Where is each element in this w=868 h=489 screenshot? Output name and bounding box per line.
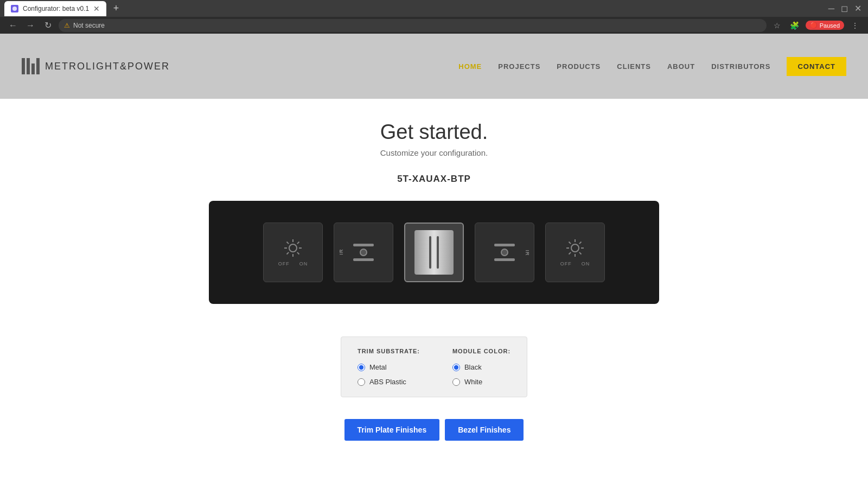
logo-bar-2 [27, 58, 30, 74]
module-color-label: MODULE COLOR: [452, 348, 510, 354]
svg-line-8 [297, 242, 299, 244]
svg-point-0 [12, 7, 17, 11]
off-label-2: OFF [560, 261, 572, 266]
nav-contact[interactable]: CONTACT [787, 57, 846, 76]
logo-text-light: POWER [127, 61, 170, 72]
main-nav: HOME PROJECTS PRODUCTS CLIENTS ABOUT DIS… [458, 57, 846, 76]
paused-badge: 🔴 Paused [806, 21, 844, 30]
slider-display [414, 230, 454, 275]
trim-substrate-label: TRIM SUBSTRATE: [358, 348, 420, 354]
logo-bar-1 [22, 58, 25, 74]
ir-label-top: IR [339, 249, 344, 255]
main-content: Get started. Customize your configuratio… [0, 99, 868, 473]
bottom-buttons: Trim Plate Finishes Bezel Finishes [344, 419, 524, 441]
on-label-2: ON [582, 261, 590, 266]
back-button[interactable]: ← [7, 19, 20, 32]
outlet-area-2: IR [494, 244, 515, 261]
logo-icon [22, 58, 40, 74]
config-panel: TRIM SUBSTRATE: Metal ABS Plastic MODULE… [341, 336, 527, 397]
sun-icon-2 [565, 238, 585, 258]
outlet-circle [360, 249, 367, 256]
module-4-content: IR [475, 223, 534, 282]
radio-white[interactable]: White [452, 378, 510, 386]
site-header: METROLIGHT&POWER HOME PROJECTS PRODUCTS … [0, 34, 868, 99]
radio-black[interactable]: Black [452, 363, 510, 371]
device-panel: OFF ON IR [209, 201, 659, 304]
module-1-content: OFF ON [264, 223, 322, 282]
address-bar[interactable]: ⚠ Not secure [59, 19, 767, 32]
radio-metal-input[interactable] [358, 364, 365, 371]
nav-home[interactable]: HOME [458, 62, 482, 71]
outlet2-bar-top [494, 244, 515, 246]
radio-abs-label: ABS Plastic [369, 378, 406, 386]
off-label: OFF [278, 261, 290, 266]
outlet-area: IR [353, 244, 374, 261]
refresh-button[interactable]: ↻ [41, 19, 54, 32]
svg-line-6 [287, 242, 289, 244]
slider-bar-2 [437, 236, 439, 269]
minimize-button[interactable]: ─ [826, 2, 837, 16]
svg-line-18 [569, 252, 571, 255]
paused-label: Paused [820, 22, 840, 29]
svg-line-7 [297, 252, 299, 255]
browser-controls: ← → ↻ ⚠ Not secure ☆ 🧩 🔴 Paused ⋮ [0, 17, 868, 34]
radio-black-input[interactable] [452, 364, 460, 371]
browser-chrome: Configurator: beta v0.1 ✕ + ─ ◻ ✕ ← → ↻ … [0, 0, 868, 34]
logo-amp: & [120, 61, 127, 72]
outlet2-bar-bottom [494, 258, 515, 261]
nav-products[interactable]: PRODUCTS [557, 62, 601, 71]
svg-line-9 [287, 252, 289, 255]
module-2-outlet[interactable]: IR [334, 223, 393, 282]
radio-abs-input[interactable] [358, 378, 365, 386]
radio-black-label: Black [464, 363, 482, 371]
trim-plate-finishes-button[interactable]: Trim Plate Finishes [344, 419, 440, 441]
slider-bar-1 [429, 236, 431, 269]
module-3-slider[interactable] [404, 223, 464, 282]
radio-metal-label: Metal [369, 363, 387, 371]
tab-title: Configurator: beta v0.1 [23, 5, 89, 12]
bezel-finishes-button[interactable]: Bezel Finishes [445, 419, 524, 441]
radio-metal[interactable]: Metal [358, 363, 420, 371]
logo-text-bold: METROLIGHT [45, 61, 120, 72]
logo-text: METROLIGHT&POWER [45, 61, 170, 72]
extensions-button[interactable]: 🧩 [788, 19, 801, 32]
module-5-dimmer[interactable]: OFF ON [545, 223, 605, 282]
menu-button[interactable]: ⋮ [848, 19, 861, 32]
product-code: 5T-XAUAX-BTP [397, 174, 471, 185]
page-subtitle: Customize your configuration. [380, 148, 488, 157]
svg-line-16 [579, 252, 582, 255]
outlet-bar-top [353, 244, 374, 246]
outlet-bar-bottom [353, 258, 374, 261]
logo-area: METROLIGHT&POWER [22, 58, 170, 74]
svg-point-10 [571, 244, 579, 252]
svg-line-17 [579, 242, 582, 244]
nav-about[interactable]: ABOUT [667, 62, 695, 71]
sun-icon-1 [283, 238, 303, 258]
page-title: Get started. [380, 120, 488, 144]
nav-distributors[interactable]: DISTRIBUTORS [711, 62, 770, 71]
radio-white-input[interactable] [452, 378, 460, 386]
close-window-button[interactable]: ✕ [852, 1, 864, 16]
new-tab-button[interactable]: + [108, 1, 124, 16]
forward-button[interactable]: → [24, 19, 37, 32]
svg-point-1 [289, 244, 297, 252]
radio-abs[interactable]: ABS Plastic [358, 378, 420, 386]
bookmark-button[interactable]: ☆ [771, 19, 784, 32]
trim-substrate-column: TRIM SUBSTRATE: Metal ABS Plastic [358, 348, 420, 386]
tab-close-button[interactable]: ✕ [93, 4, 100, 13]
dimmer-label-row: OFF ON [278, 261, 308, 266]
module-4-outlet-ir[interactable]: IR [475, 223, 534, 282]
browser-tab[interactable]: Configurator: beta v0.1 ✕ [4, 1, 106, 16]
radio-white-label: White [464, 378, 482, 386]
nav-projects[interactable]: PROJECTS [498, 62, 540, 71]
tab-favicon-icon [11, 5, 18, 12]
browser-actions: ☆ 🧩 🔴 Paused ⋮ [771, 19, 861, 32]
address-bar-text: Not secure [73, 22, 105, 29]
module-1-dimmer[interactable]: OFF ON [263, 223, 323, 282]
restore-button[interactable]: ◻ [839, 1, 850, 16]
nav-clients[interactable]: CLIENTS [617, 62, 651, 71]
logo-bar-3 [31, 63, 35, 74]
module-2-content: IR [334, 223, 393, 282]
security-warning-icon: ⚠ [64, 22, 70, 29]
dimmer2-label-row: OFF ON [560, 261, 590, 266]
